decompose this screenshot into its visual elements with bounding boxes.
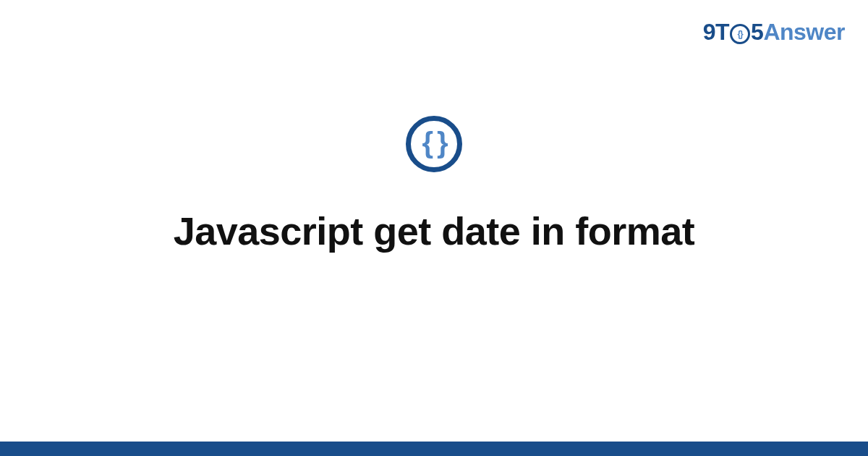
page-title: Javascript get date in format [0, 208, 868, 253]
braces-glyph: { } [422, 128, 446, 157]
logo-text-answer: Answer [763, 19, 845, 46]
code-braces-icon: { } [406, 116, 462, 172]
logo-ring-icon: {} [730, 24, 750, 44]
logo-braces-icon: {} [737, 30, 742, 38]
bottom-accent-bar [0, 442, 868, 456]
logo-text-5: 5 [751, 19, 763, 46]
site-logo: 9T {} 5 Answer [703, 19, 845, 46]
logo-o-icon: {} [730, 22, 750, 43]
logo-text-9t: 9T [703, 19, 729, 46]
